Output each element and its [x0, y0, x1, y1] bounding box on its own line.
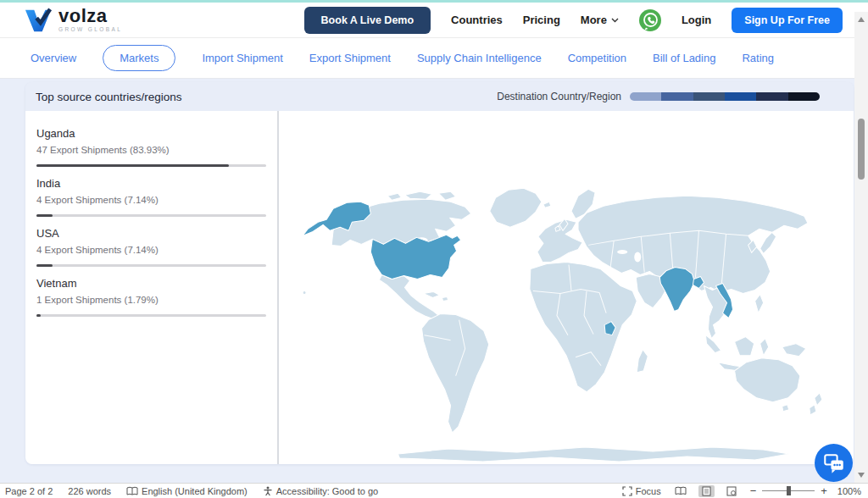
tab-import-shipment[interactable]: Import Shipment	[202, 52, 282, 64]
scroll-down-arrow[interactable]	[858, 473, 865, 478]
source-countries-card: Top source countries/regions Destination…	[25, 82, 854, 464]
zoom-level[interactable]: 100%	[837, 486, 861, 496]
proofing-book-icon	[126, 486, 138, 496]
share-bar	[36, 314, 266, 317]
legend-label: Destination Country/Region	[497, 91, 621, 102]
view-mode-switcher	[671, 485, 740, 497]
word-count[interactable]: 226 words	[68, 486, 111, 496]
accessibility-status[interactable]: Accessibility: Good to go	[263, 486, 378, 496]
country-list: Uganda 47 Export Shipments (83.93%) Indi…	[25, 111, 277, 464]
share-bar-fill	[36, 214, 53, 217]
tab-overview[interactable]: Overview	[31, 52, 76, 64]
volza-v-icon	[24, 7, 53, 34]
vertical-scrollbar[interactable]	[854, 12, 868, 483]
share-bar	[36, 264, 266, 267]
tab-competition[interactable]: Competition	[568, 52, 626, 64]
tab-rating[interactable]: Rating	[742, 52, 774, 64]
main-header: volza GROW GLOBAL Book A Live Demo Count…	[0, 3, 868, 38]
tab-export-shipment[interactable]: Export Shipment	[309, 52, 391, 64]
country-name: India	[36, 177, 266, 190]
map-country-india[interactable]	[659, 267, 694, 311]
list-item[interactable]: Vietnam 1 Export Shipments (1.79%)	[36, 277, 266, 317]
list-item[interactable]: India 4 Export Shipments (7.14%)	[36, 177, 266, 217]
read-mode-icon	[675, 486, 687, 495]
share-bar-fill	[36, 264, 53, 267]
accessibility-label: Accessibility: Good to go	[276, 486, 378, 496]
chat-widget-button[interactable]	[815, 444, 853, 482]
web-layout-icon	[726, 486, 737, 496]
login-link[interactable]: Login	[682, 14, 711, 26]
chevron-down-icon	[611, 18, 619, 23]
language-label: English (United Kingdom)	[142, 486, 248, 496]
nav-countries[interactable]: Countries	[451, 14, 503, 26]
country-detail: 4 Export Shipments (7.14%)	[36, 195, 266, 205]
section-tabs: Overview Markets Import Shipment Export …	[0, 38, 868, 79]
card-body: Uganda 47 Export Shipments (83.93%) Indi…	[25, 111, 854, 464]
scroll-up-arrow[interactable]	[858, 17, 865, 22]
focus-icon	[622, 486, 632, 496]
country-detail: 4 Export Shipments (7.14%)	[36, 245, 266, 255]
zoom-slider-track[interactable]	[762, 486, 815, 495]
focus-mode[interactable]: Focus	[622, 486, 661, 496]
brand-tagline: GROW GLOBAL	[58, 27, 122, 33]
book-demo-button[interactable]: Book A Live Demo	[304, 7, 431, 34]
proofing-status[interactable]: English (United Kingdom)	[126, 486, 248, 496]
print-layout-button[interactable]	[698, 485, 715, 497]
share-bar	[36, 214, 266, 217]
zoom-out-button[interactable]: −	[750, 485, 757, 496]
brand-name: volza	[58, 7, 122, 25]
page-count[interactable]: Page 2 of 2	[5, 486, 53, 496]
card-title: Top source countries/regions	[36, 91, 182, 103]
country-name: Vietnam	[36, 277, 266, 290]
whatsapp-icon[interactable]	[639, 9, 661, 31]
tab-markets[interactable]: Markets	[103, 45, 175, 71]
signup-button[interactable]: Sign Up For Free	[732, 8, 843, 33]
web-layout-button[interactable]	[723, 485, 740, 497]
legend-gradient	[630, 92, 820, 101]
share-bar	[36, 164, 266, 167]
world-map[interactable]	[279, 111, 854, 464]
country-detail: 47 Export Shipments (83.93%)	[36, 145, 266, 155]
share-bar-fill	[36, 164, 229, 167]
list-item[interactable]: Uganda 47 Export Shipments (83.93%)	[36, 127, 266, 167]
map-panel	[279, 111, 854, 464]
zoom-control: − +	[750, 485, 827, 496]
nav-more[interactable]: More	[581, 14, 619, 26]
list-item[interactable]: USA 4 Export Shipments (7.14%)	[36, 227, 266, 267]
tab-supply-chain-intelligence[interactable]: Supply Chain Intelligence	[417, 52, 542, 64]
read-mode-button[interactable]	[671, 485, 690, 496]
country-name: USA	[36, 227, 266, 240]
markets-content: Top source countries/regions Destination…	[0, 79, 868, 483]
volza-logo[interactable]: volza GROW GLOBAL	[24, 7, 122, 34]
card-header: Top source countries/regions Destination…	[25, 82, 854, 111]
nav-pricing[interactable]: Pricing	[523, 14, 560, 26]
country-name: Uganda	[36, 127, 266, 140]
print-layout-icon	[702, 486, 711, 496]
word-status-bar: Page 2 of 2 226 words English (United Ki…	[0, 483, 868, 498]
share-bar-fill	[36, 314, 41, 317]
nav-more-label: More	[581, 14, 607, 26]
focus-label: Focus	[636, 486, 661, 496]
zoom-slider-thumb[interactable]	[787, 486, 791, 495]
tab-bill-of-lading[interactable]: Bill of Lading	[653, 52, 715, 64]
choropleth-legend: Destination Country/Region	[497, 91, 820, 102]
country-detail: 1 Export Shipments (1.79%)	[36, 295, 266, 305]
scrollbar-thumb[interactable]	[858, 119, 865, 180]
zoom-in-button[interactable]: +	[821, 485, 827, 496]
accessibility-icon	[263, 486, 273, 496]
